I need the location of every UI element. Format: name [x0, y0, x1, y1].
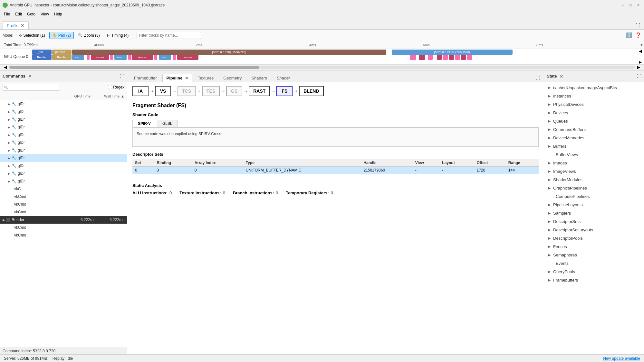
state-item-command-buffers[interactable]: ▶CommandBuffers [544, 125, 644, 134]
state-item-queues[interactable]: ▶Queues [544, 117, 644, 125]
commands-panel-expand[interactable]: ⛶ [120, 74, 124, 79]
descriptor-row[interactable]: 0 0 0 UNIFORM_BUFFER_DYNAMIC 2150179360 … [132, 167, 539, 174]
state-item-framebuffers[interactable]: ▶Framebuffers [544, 276, 644, 284]
filter-tracks-input[interactable] [137, 32, 201, 39]
state-item-buffers[interactable]: ▶Buffers [544, 142, 644, 150]
pipeline-tab-close[interactable]: ✕ [185, 76, 188, 80]
gpu-sub-r-2[interactable] [419, 55, 425, 60]
gpu-sub-r-1[interactable] [410, 55, 416, 60]
gpu-block-5323-0[interactable]: [5323 0 ... [52, 50, 72, 55]
mode-zoom-button[interactable]: 🔍 Zoom (3) [75, 32, 103, 39]
h-scroll-left-arrow[interactable]: ◀ [3, 65, 8, 70]
menu-goto[interactable]: Goto [24, 11, 38, 17]
gpu-sub-6[interactable]: Render [177, 55, 198, 60]
list-item[interactable]: vkC [0, 185, 127, 193]
h-scroll-right-arrow[interactable]: ▶ [636, 65, 641, 70]
cmd-arrow[interactable]: ▶ [8, 156, 10, 160]
tab-textures[interactable]: Textures [194, 74, 218, 82]
tab-shaders[interactable]: Shaders [247, 74, 271, 82]
tab-pipeline[interactable]: Pipeline ✕ [162, 74, 192, 82]
pipeline-node-gs[interactable]: GS [226, 86, 242, 96]
gpu-sub-r-7[interactable] [455, 55, 460, 60]
commands-panel-close[interactable]: ✕ [28, 74, 32, 79]
gpu-sub-pink-3[interactable] [128, 55, 131, 60]
pipeline-node-tes[interactable]: TES [202, 86, 220, 96]
pipeline-node-vs[interactable]: VS [155, 86, 171, 96]
pipeline-node-ia[interactable]: IA [132, 86, 149, 96]
gpu-sub-r-4[interactable] [437, 55, 442, 60]
regex-checkbox[interactable] [108, 85, 112, 89]
menu-file[interactable]: File [1, 11, 13, 17]
mode-timing-button[interactable]: ⊢ Timing (4) [104, 32, 132, 39]
gpu-sub-4[interactable]: Render [132, 55, 153, 60]
list-item[interactable]: vkCmd [0, 193, 127, 200]
menu-edit[interactable]: Edit [13, 11, 24, 17]
state-item-semaphores[interactable]: ▶Semaphores [544, 251, 644, 259]
cmd-arrow[interactable]: ▶ [8, 125, 10, 129]
gpu-sub-3[interactable]: Ren... [114, 55, 127, 60]
tab-shader[interactable]: Shader [273, 74, 294, 82]
mode-selection-button[interactable]: ⊹ Selection (1) [16, 32, 48, 39]
cmd-arrow[interactable]: ▶ [8, 180, 10, 183]
list-item[interactable]: vkCmd [0, 224, 127, 231]
state-item-descriptor-set-layouts[interactable]: ▶DescriptorSetLayouts [544, 226, 644, 234]
state-item-buffer-views[interactable]: BufferViews [544, 150, 644, 159]
minimize-button[interactable]: − [620, 2, 626, 8]
list-item[interactable]: ▶🔧glDr [0, 162, 127, 170]
list-item[interactable]: ▶🔧glDr [0, 139, 127, 146]
gpu-block-532[interactable]: [532... [32, 50, 52, 55]
gpu-sub-r-9[interactable] [467, 55, 472, 60]
col-wall-time[interactable]: Wall Time [91, 94, 120, 98]
state-item-descriptor-pools[interactable]: ▶DescriptorPools [544, 234, 644, 242]
cmd-arrow[interactable]: ▶ [8, 141, 10, 144]
mode-pan-button[interactable]: ✋ Pan (2) [49, 32, 74, 39]
cmd-arrow[interactable]: ▶ [8, 110, 10, 114]
gpu-sub-5[interactable]: Ren... [159, 55, 171, 60]
gpu-block-2119[interactable]: [5323 0 0 2119] (720x1520) [392, 50, 513, 55]
pipeline-node-fs[interactable]: FS [276, 86, 293, 96]
gpu-track-content[interactable]: [532... Render [5323 0 ... Render [5323 … [32, 49, 636, 64]
gpu-sub-r-6[interactable] [449, 55, 454, 60]
profile-expand-button[interactable]: ⛶ [634, 22, 641, 29]
cmd-arrow[interactable]: ▶ [8, 102, 10, 106]
center-panel-expand[interactable]: ⛶ [534, 74, 541, 82]
cmd-arrow[interactable]: ▶ [8, 149, 10, 152]
state-item-images[interactable]: ▶Images [544, 159, 644, 167]
tab-geometry[interactable]: Geometry [219, 74, 246, 82]
cmd-arrow[interactable]: ▶ [8, 118, 10, 121]
list-item[interactable]: ▶🔧glDr [0, 170, 127, 177]
maximize-button[interactable]: □ [627, 2, 634, 8]
state-item-shader-modules[interactable]: ▶ShaderModules [544, 175, 644, 184]
tab-framebuffer[interactable]: Framebuffer [130, 74, 161, 82]
pipeline-node-blend[interactable]: BLEND [299, 86, 323, 96]
list-item-selected[interactable]: ▶🔧glDr [0, 154, 127, 162]
h-scrollbar-thumb[interactable] [9, 66, 259, 69]
gpu-sub-pink-1[interactable] [87, 55, 90, 60]
profile-tab[interactable]: Profile ✕ [3, 21, 29, 29]
state-item-devices[interactable]: ▶Devices [544, 108, 644, 117]
timeline-scroll-down[interactable]: ▶ [636, 60, 644, 64]
state-item-descriptor-sets[interactable]: ▶DescriptorSets [544, 217, 644, 226]
h-scrollbar-track[interactable] [9, 66, 635, 69]
help-icon[interactable]: ❓ [635, 32, 641, 38]
info-icon[interactable]: ℹ️ [626, 32, 632, 38]
list-item[interactable]: ▶🔧glDr [0, 123, 127, 131]
commands-search-input[interactable] [3, 84, 60, 91]
list-item[interactable]: vkCmd [0, 200, 127, 208]
list-item[interactable]: ▶🔧glDr [0, 146, 127, 154]
state-item-device-memories[interactable]: ▶DeviceMemories [544, 134, 644, 142]
shader-tab-glsl[interactable]: GLSL [157, 120, 178, 127]
state-item-fences[interactable]: ▶Fences [544, 242, 644, 251]
cmd-arrow[interactable]: ▶ [8, 133, 10, 137]
state-item-physical-devices[interactable]: ▶PhysicalDevices [544, 100, 644, 108]
gpu-sub-1[interactable]: Ren... [72, 55, 84, 60]
cmd-arrow[interactable]: ▶ [8, 172, 10, 175]
gpu-sub-2[interactable]: Render [91, 55, 109, 60]
render-arrow[interactable]: ▶ [3, 218, 5, 222]
menu-help[interactable]: Help [52, 11, 65, 17]
pipeline-node-rast[interactable]: RAST [249, 86, 270, 96]
list-item[interactable]: ▶🔧glDr [0, 116, 127, 123]
state-panel-expand[interactable]: ⛶ [637, 74, 641, 79]
col-gpu-time[interactable]: GPU Time [62, 94, 91, 98]
state-item-samplers[interactable]: ▶Samplers [544, 209, 644, 217]
